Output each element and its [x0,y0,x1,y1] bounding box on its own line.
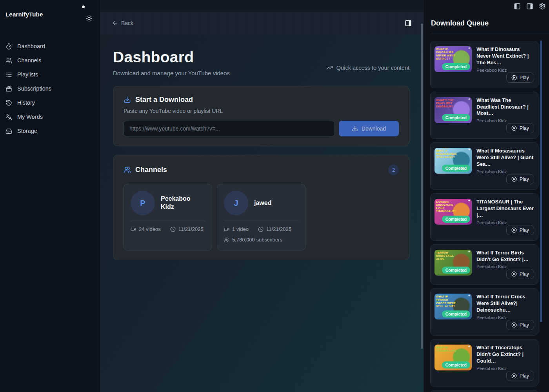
hard-drive-icon [5,128,12,134]
panel-left-icon [514,3,521,10]
video-channel: Peekaboo Kidz [476,366,534,371]
sparkle-icon: ✦ [467,294,471,298]
download-queue-title: Download Queue [431,19,489,27]
users-icon [124,166,131,174]
channel-card-jawed[interactable]: J jawed 1 video [217,184,305,250]
sidebar-item-storage[interactable]: Storage [0,124,100,138]
sparkle-icon: ✦ [467,97,471,101]
queue-item[interactable]: What If Dinosaurs Never Went Extinct? ✦ … [430,41,538,88]
main-content: Dashboard Download and manage your YouTu… [100,34,424,392]
app-logo: LearnifyTube [5,11,43,18]
clock-icon [258,227,264,232]
channels-card: Channels 2 P Peekaboo Kidz [113,155,409,260]
download-button-label: Download [362,125,386,132]
channel-name: jawed [254,199,271,207]
video-channel: Peekaboo Kidz [476,315,534,320]
quick-access-note: Quick access to your content [326,64,409,71]
theme-toggle-button[interactable] [85,15,93,22]
video-channel: Peekaboo Kidz [476,68,534,73]
play-circle-icon [511,125,517,131]
video-channel: Peekaboo Kidz [476,118,534,123]
video-channel: Peekaboo Kidz [476,220,534,225]
sparkle-icon: ✦ [467,46,471,50]
sidebar-item-dashboard[interactable]: Dashboard [0,39,100,53]
toggle-right-panel-button[interactable] [526,3,533,10]
queue-item[interactable]: What If Pterosaur Didn't Go Extinct? ✦ C… [430,390,538,392]
sidebar-item-channels[interactable]: Channels [0,53,100,67]
play-button[interactable]: Play [506,371,534,381]
start-download-card: Start a Download Paste any YouTube video… [113,86,409,146]
play-button[interactable]: Play [506,73,534,83]
toggle-left-panel-button[interactable] [514,3,521,10]
sidebar-nav: Dashboard Channels Playlists Subscriptio… [0,39,100,138]
channel-name: Peekaboo Kidz [161,195,205,211]
download-button[interactable]: Download [339,121,399,136]
main-scrollbar[interactable] [421,24,423,349]
sidebar-item-my-words[interactable]: My Words [0,110,100,124]
download-queue-panel: Download Queue What If Dinosaurs Never W… [424,0,549,392]
divider [431,33,549,33]
video-title: What If Terror Crocs Were Still Alive?| … [476,294,534,314]
video-title: What If Terror Birds Didn't Go Extinct? … [476,250,534,263]
page-title: Dashboard [113,49,230,66]
video-thumbnail: What If Dinosaurs Never Went Extinct? ✦ … [434,46,472,72]
play-circle-icon [511,271,517,277]
video-channel: Peekaboo Kidz [476,264,534,269]
divider [131,221,205,221]
avatar: P [131,191,155,215]
queue-item[interactable]: What's The Deadliest Dinosaur? ✦ Complet… [430,92,538,139]
status-badge: Completed [442,216,470,223]
video-count: 24 videos [131,226,161,232]
sidebar: LearnifyTube Dashboard Channels Playlist… [0,0,100,392]
page-subtitle: Download and manage your YouTube videos [113,70,230,76]
video-thumbnail: Largest Dinosaurs Ever Titanosaur! ✦ Com… [434,199,472,225]
queue-item[interactable]: What If Terror Crocs Were Still Alive? ✦… [430,288,538,336]
video-thumbnail: What's The Deadliest Dinosaur? ✦ Complet… [434,97,472,123]
download-icon [352,125,358,132]
url-input[interactable] [124,121,335,136]
sparkle-icon: ✦ [467,250,471,254]
top-strip [100,0,424,12]
play-circle-icon [511,75,517,80]
channel-card-peekaboo-kidz[interactable]: P Peekaboo Kidz 24 videos [124,184,212,250]
video-title: What If Mosasaurus Were Still Alive? | G… [476,148,534,168]
queue-scrollbar[interactable] [540,40,542,322]
video-camera-icon [131,227,136,232]
users-icon [224,237,229,243]
play-button[interactable]: Play [506,123,534,133]
video-count: 1 video [224,226,249,232]
list-icon [5,71,12,78]
status-badge: Completed [442,361,470,368]
back-button[interactable]: Back [112,20,133,26]
video-thumbnail: Terror Birds Still Alive ✦ Completed [434,250,472,276]
download-icon [124,96,131,103]
play-button[interactable]: Play [506,320,534,330]
play-button[interactable]: Play [506,174,534,184]
queue-item[interactable]: Terror Birds Still Alive ✦ Completed Wha… [430,244,538,285]
status-badge: Completed [442,267,470,274]
sidebar-item-playlists[interactable]: Playlists [0,67,100,82]
status-badge: Completed [442,63,470,70]
timer-icon [5,43,12,50]
queue-item[interactable]: Largest Dinosaurs Ever Titanosaur! ✦ Com… [430,193,538,241]
panel-right-icon [405,20,412,27]
download-queue-list: What If Dinosaurs Never Went Extinct? ✦ … [430,41,538,392]
users-icon [5,57,12,64]
avatar: J [224,191,248,215]
settings-button[interactable] [539,3,546,10]
toggle-right-panel-button[interactable] [405,20,412,27]
sidebar-item-subscriptions[interactable]: Subscriptions [0,82,100,96]
sidebar-item-history[interactable]: History [0,96,100,110]
languages-icon [5,114,12,120]
history-icon [5,100,12,106]
queue-item[interactable]: What If Triceratops ✦ Completed What if … [430,339,538,387]
video-title: TITANOSAUR | The Largest Dinosaurs Ever … [476,199,534,219]
play-button[interactable]: Play [506,269,534,279]
quick-access-label: Quick access to your content [336,65,409,71]
video-camera-icon [224,227,229,232]
channels-card-title: Channels [135,166,167,174]
queue-item[interactable]: What If Mosasaurus Still Alive? ✦ Comple… [430,142,538,190]
channel-date: 11/21/2025 [258,226,291,232]
channels-count-badge: 2 [388,165,399,175]
play-button[interactable]: Play [506,225,534,235]
